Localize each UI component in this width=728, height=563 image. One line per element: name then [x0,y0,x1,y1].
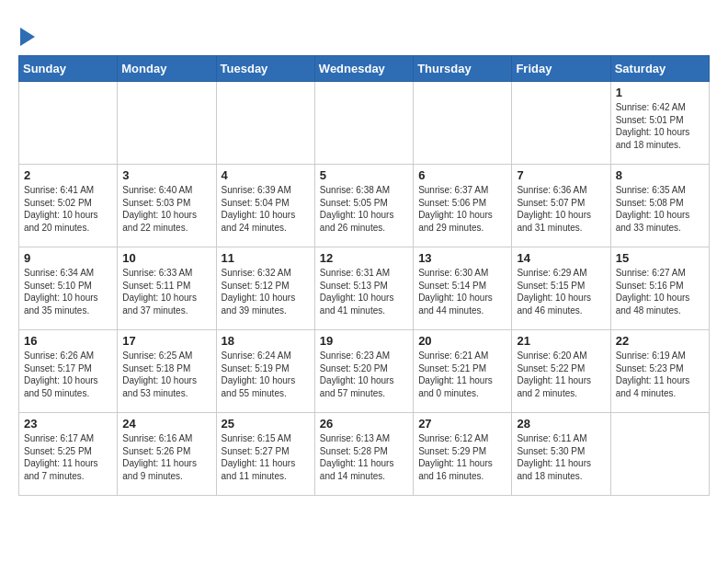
day-info: Sunrise: 6:32 AM Sunset: 5:12 PM Dayligh… [222,267,310,316]
day-info: Sunrise: 6:19 AM Sunset: 5:23 PM Dayligh… [616,350,704,399]
day-number: 14 [517,251,605,265]
day-info: Sunrise: 6:41 AM Sunset: 5:02 PM Dayligh… [24,184,112,234]
calendar-cell [414,82,512,165]
calendar-cell: 8Sunrise: 6:35 AM Sunset: 5:08 PM Daylig… [610,165,709,247]
day-number: 24 [122,417,210,431]
day-info: Sunrise: 6:38 AM Sunset: 5:05 PM Dayligh… [320,184,408,234]
calendar-cell [610,413,709,496]
calendar-week-row: 1Sunrise: 6:42 AM Sunset: 5:01 PM Daylig… [19,82,710,165]
day-info: Sunrise: 6:30 AM Sunset: 5:14 PM Dayligh… [418,267,506,316]
day-number: 11 [222,251,310,265]
day-info: Sunrise: 6:37 AM Sunset: 5:06 PM Dayligh… [418,184,506,234]
day-info: Sunrise: 6:42 AM Sunset: 5:01 PM Dayligh… [616,101,704,151]
calendar-cell [118,82,216,165]
day-number: 18 [222,334,310,348]
calendar-cell [216,82,314,165]
calendar-cell: 23Sunrise: 6:17 AM Sunset: 5:25 PM Dayli… [19,413,118,496]
calendar-cell: 24Sunrise: 6:16 AM Sunset: 5:26 PM Dayli… [118,413,216,496]
day-number: 4 [222,168,310,182]
day-number: 25 [222,417,310,431]
column-header-thursday: Thursday [414,56,512,82]
calendar-cell: 1Sunrise: 6:42 AM Sunset: 5:01 PM Daylig… [610,82,709,165]
calendar-cell: 19Sunrise: 6:23 AM Sunset: 5:20 PM Dayli… [314,330,413,413]
calendar-cell: 26Sunrise: 6:13 AM Sunset: 5:28 PM Dayli… [314,413,413,496]
day-number: 16 [24,334,112,348]
day-info: Sunrise: 6:16 AM Sunset: 5:26 PM Dayligh… [122,432,210,482]
day-info: Sunrise: 6:31 AM Sunset: 5:13 PM Dayligh… [320,267,408,316]
day-number: 23 [24,417,112,431]
day-info: Sunrise: 6:25 AM Sunset: 5:18 PM Dayligh… [122,350,210,399]
calendar-week-row: 9Sunrise: 6:34 AM Sunset: 5:10 PM Daylig… [19,247,710,330]
calendar-cell: 12Sunrise: 6:31 AM Sunset: 5:13 PM Dayli… [314,247,413,330]
day-info: Sunrise: 6:40 AM Sunset: 5:03 PM Dayligh… [122,184,210,234]
calendar-cell: 2Sunrise: 6:41 AM Sunset: 5:02 PM Daylig… [19,165,118,247]
calendar-cell [314,82,413,165]
column-header-tuesday: Tuesday [216,56,314,82]
calendar-cell: 28Sunrise: 6:11 AM Sunset: 5:30 PM Dayli… [512,413,610,496]
day-info: Sunrise: 6:12 AM Sunset: 5:29 PM Dayligh… [418,432,506,482]
column-header-wednesday: Wednesday [314,56,413,82]
calendar-header-row: SundayMondayTuesdayWednesdayThursdayFrid… [19,56,710,82]
day-info: Sunrise: 6:29 AM Sunset: 5:15 PM Dayligh… [517,267,605,316]
calendar-cell: 25Sunrise: 6:15 AM Sunset: 5:27 PM Dayli… [216,413,314,496]
calendar-cell [19,82,118,165]
day-number: 10 [122,251,210,265]
calendar-cell: 20Sunrise: 6:21 AM Sunset: 5:21 PM Dayli… [414,330,512,413]
day-number: 7 [517,168,605,182]
calendar-cell: 10Sunrise: 6:33 AM Sunset: 5:11 PM Dayli… [118,247,216,330]
day-number: 13 [418,251,506,265]
day-info: Sunrise: 6:33 AM Sunset: 5:11 PM Dayligh… [122,267,210,316]
calendar-cell: 5Sunrise: 6:38 AM Sunset: 5:05 PM Daylig… [314,165,413,247]
day-number: 26 [320,417,408,431]
calendar-cell: 16Sunrise: 6:26 AM Sunset: 5:17 PM Dayli… [19,330,118,413]
calendar-table: SundayMondayTuesdayWednesdayThursdayFrid… [18,55,710,496]
day-info: Sunrise: 6:36 AM Sunset: 5:07 PM Dayligh… [517,184,605,234]
calendar-cell: 7Sunrise: 6:36 AM Sunset: 5:07 PM Daylig… [512,165,610,247]
day-info: Sunrise: 6:34 AM Sunset: 5:10 PM Dayligh… [24,267,112,316]
day-info: Sunrise: 6:17 AM Sunset: 5:25 PM Dayligh… [24,432,112,482]
calendar-cell: 15Sunrise: 6:27 AM Sunset: 5:16 PM Dayli… [610,247,709,330]
day-info: Sunrise: 6:26 AM Sunset: 5:17 PM Dayligh… [24,350,112,399]
day-info: Sunrise: 6:13 AM Sunset: 5:28 PM Dayligh… [320,432,408,482]
calendar-week-row: 16Sunrise: 6:26 AM Sunset: 5:17 PM Dayli… [19,330,710,413]
calendar-cell: 9Sunrise: 6:34 AM Sunset: 5:10 PM Daylig… [19,247,118,330]
calendar-cell: 6Sunrise: 6:37 AM Sunset: 5:06 PM Daylig… [414,165,512,247]
calendar-week-row: 2Sunrise: 6:41 AM Sunset: 5:02 PM Daylig… [19,165,710,247]
day-info: Sunrise: 6:24 AM Sunset: 5:19 PM Dayligh… [222,350,310,399]
day-number: 21 [517,334,605,348]
logo [18,28,35,46]
calendar-cell: 4Sunrise: 6:39 AM Sunset: 5:04 PM Daylig… [216,165,314,247]
day-info: Sunrise: 6:11 AM Sunset: 5:30 PM Dayligh… [517,432,605,482]
day-info: Sunrise: 6:20 AM Sunset: 5:22 PM Dayligh… [517,350,605,399]
calendar-cell: 13Sunrise: 6:30 AM Sunset: 5:14 PM Dayli… [414,247,512,330]
day-number: 2 [24,168,112,182]
header [18,18,710,46]
day-number: 22 [616,334,704,348]
day-info: Sunrise: 6:35 AM Sunset: 5:08 PM Dayligh… [616,184,704,234]
calendar-cell: 18Sunrise: 6:24 AM Sunset: 5:19 PM Dayli… [216,330,314,413]
day-number: 5 [320,168,408,182]
day-info: Sunrise: 6:23 AM Sunset: 5:20 PM Dayligh… [320,350,408,399]
calendar-cell: 17Sunrise: 6:25 AM Sunset: 5:18 PM Dayli… [118,330,216,413]
day-number: 19 [320,334,408,348]
day-info: Sunrise: 6:15 AM Sunset: 5:27 PM Dayligh… [222,432,310,482]
calendar-cell: 3Sunrise: 6:40 AM Sunset: 5:03 PM Daylig… [118,165,216,247]
column-header-sunday: Sunday [19,56,118,82]
day-number: 20 [418,334,506,348]
logo-arrow-icon [20,28,35,46]
column-header-friday: Friday [512,56,610,82]
day-number: 9 [24,251,112,265]
column-header-monday: Monday [118,56,216,82]
day-number: 6 [418,168,506,182]
calendar-cell: 14Sunrise: 6:29 AM Sunset: 5:15 PM Dayli… [512,247,610,330]
day-info: Sunrise: 6:27 AM Sunset: 5:16 PM Dayligh… [616,267,704,316]
day-info: Sunrise: 6:39 AM Sunset: 5:04 PM Dayligh… [222,184,310,234]
calendar-cell: 21Sunrise: 6:20 AM Sunset: 5:22 PM Dayli… [512,330,610,413]
calendar-cell: 11Sunrise: 6:32 AM Sunset: 5:12 PM Dayli… [216,247,314,330]
day-number: 8 [616,168,704,182]
day-number: 17 [122,334,210,348]
calendar-week-row: 23Sunrise: 6:17 AM Sunset: 5:25 PM Dayli… [19,413,710,496]
day-number: 12 [320,251,408,265]
day-number: 28 [517,417,605,431]
calendar-cell [512,82,610,165]
